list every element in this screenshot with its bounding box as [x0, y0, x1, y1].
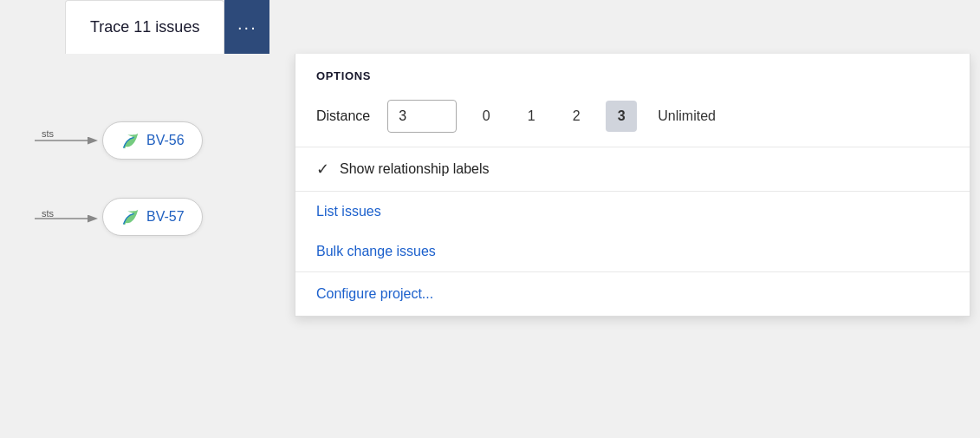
list-issues-label: List issues [316, 204, 381, 219]
leaf-icon-bv57 [120, 207, 140, 226]
options-header: OPTIONS [295, 54, 970, 91]
node-bv56-label: BV-56 [146, 133, 185, 148]
configure-project-button[interactable]: Configure project... [295, 272, 970, 316]
node-bv56[interactable]: BV-56 [102, 121, 203, 160]
arrow-label-1: sts [42, 128, 54, 139]
more-tab-button[interactable]: ··· [224, 0, 269, 54]
show-relationship-row[interactable]: ✓ Show relationship labels [295, 147, 970, 191]
checkmark-icon: ✓ [316, 160, 329, 179]
trace-tab-label: Trace 11 issues [90, 18, 199, 36]
distance-btn-3[interactable]: 3 [606, 101, 637, 132]
show-relationship-label: Show relationship labels [340, 161, 490, 177]
distance-btn-1[interactable]: 1 [516, 101, 547, 132]
configure-project-label: Configure project... [316, 286, 433, 301]
more-dots-icon: ··· [237, 17, 257, 37]
leaf-icon-bv56 [120, 131, 140, 150]
node-bv57[interactable]: BV-57 [102, 198, 203, 236]
tab-bar: Trace 11 issues ··· [0, 0, 269, 54]
trace-tab[interactable]: Trace 11 issues [65, 0, 224, 54]
distance-btn-2[interactable]: 2 [561, 101, 592, 132]
arrow-label-2: sts [42, 208, 54, 219]
bulk-change-button[interactable]: Bulk change issues [295, 232, 970, 271]
options-dropdown: OPTIONS Distance 0 1 2 3 Unlimited ✓ Sho… [295, 54, 970, 317]
distance-btn-unlimited[interactable]: Unlimited [651, 105, 723, 127]
bulk-change-label: Bulk change issues [316, 244, 436, 258]
node-bv57-label: BV-57 [146, 209, 185, 225]
distance-row: Distance 0 1 2 3 Unlimited [295, 91, 970, 147]
list-issues-button[interactable]: List issues [295, 192, 970, 232]
distance-btn-0[interactable]: 0 [471, 101, 502, 132]
distance-label: Distance [316, 108, 370, 124]
distance-input[interactable] [387, 100, 457, 133]
